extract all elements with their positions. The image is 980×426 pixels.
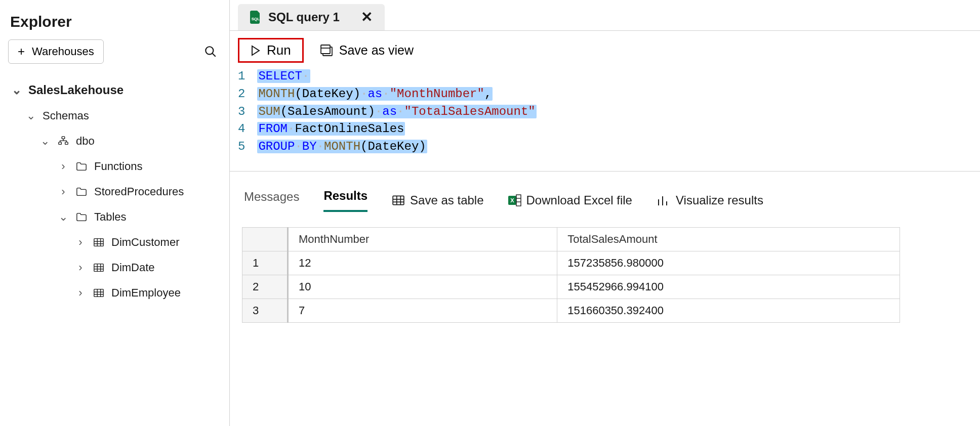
tab-messages[interactable]: Messages	[244, 190, 299, 211]
tree-table-dimcustomer[interactable]: › DimCustomer	[8, 230, 221, 255]
table-corner	[242, 227, 288, 251]
svg-rect-15	[94, 289, 103, 297]
svg-rect-10	[94, 264, 103, 272]
code-token: MONTH	[324, 140, 360, 153]
line-number: 2	[238, 86, 245, 103]
chevron-right-icon: ›	[75, 261, 86, 274]
editor-tabbar: SQL SQL query 1 ✕	[230, 0, 980, 31]
explorer-header-row: + Warehouses	[8, 39, 221, 64]
folder-icon	[75, 161, 88, 172]
code-token: ,	[484, 87, 492, 101]
code-token: (SalesAmount)	[280, 105, 375, 118]
sql-file-icon: SQL	[250, 11, 261, 24]
svg-rect-2	[62, 137, 65, 139]
svg-rect-22	[321, 45, 330, 54]
svg-text:SQL: SQL	[252, 17, 260, 21]
save-as-table-button[interactable]: Save as table	[392, 193, 483, 207]
chart-icon	[657, 194, 671, 206]
svg-rect-31	[516, 195, 521, 206]
explorer-title: Explorer	[8, 9, 221, 39]
svg-line-1	[213, 54, 216, 57]
download-excel-label: Download Excel file	[526, 193, 632, 207]
line-number: 1	[238, 68, 245, 86]
code-token: BY	[302, 140, 317, 153]
cell-monthnumber: 12	[288, 251, 557, 275]
chevron-down-icon: ⌄	[11, 83, 22, 97]
tree-folder-storedprocs[interactable]: › StoredProcedures	[8, 179, 221, 204]
visualize-results-button[interactable]: Visualize results	[657, 193, 763, 207]
close-icon[interactable]: ✕	[361, 10, 373, 24]
tree-folder-label: StoredProcedures	[94, 185, 184, 198]
svg-rect-5	[94, 239, 103, 246]
download-excel-button[interactable]: X Download Excel file	[508, 193, 632, 207]
save-as-view-label: Save as view	[339, 43, 414, 58]
table-icon	[392, 194, 405, 206]
play-icon	[251, 45, 261, 56]
explorer-panel: Explorer + Warehouses ⌄ SalesLakehouse ⌄…	[0, 0, 230, 426]
code-token: SELECT	[258, 69, 302, 83]
table-header-row: MonthNumber TotalSalesAmount	[242, 227, 900, 251]
column-header-monthnumber[interactable]: MonthNumber	[288, 227, 557, 251]
save-as-view-button[interactable]: Save as view	[320, 43, 414, 58]
tree-schema-dbo[interactable]: ⌄ dbo	[8, 129, 221, 154]
column-header-totalsalesamount[interactable]: TotalSalesAmount	[557, 227, 900, 251]
excel-icon: X	[508, 194, 521, 206]
code-token: GROUP	[258, 140, 295, 153]
line-number: 3	[238, 103, 245, 121]
chevron-right-icon: ›	[75, 286, 86, 300]
table-icon	[92, 237, 105, 247]
folder-icon	[75, 187, 88, 197]
row-number: 3	[242, 299, 288, 322]
tree-table-dimdate[interactable]: › DimDate	[8, 255, 221, 280]
code-token: as	[382, 105, 397, 118]
svg-rect-4	[65, 142, 68, 145]
tree-table-label: DimDate	[111, 261, 155, 274]
warehouses-label: Warehouses	[32, 45, 94, 58]
tree-database-label: SalesLakehouse	[28, 83, 124, 97]
table-icon	[92, 263, 105, 273]
svg-rect-3	[59, 142, 62, 145]
tree-folder-tables[interactable]: ⌄ Tables	[8, 204, 221, 230]
table-icon	[92, 288, 105, 298]
tree-schemas-label: Schemas	[43, 109, 89, 122]
svg-rect-24	[393, 196, 404, 204]
schema-icon	[57, 136, 70, 147]
tree-schemas[interactable]: ⌄ Schemas	[8, 103, 221, 129]
sql-editor[interactable]: 1 2 3 4 5 SELECT· MONTH(DateKey)·as·"Mon…	[230, 68, 980, 171]
row-number: 2	[242, 275, 288, 299]
tree-table-label: DimCustomer	[111, 236, 179, 249]
tree-folder-label: Functions	[94, 160, 142, 173]
line-number: 4	[238, 120, 245, 138]
tree-folder-functions[interactable]: › Functions	[8, 154, 221, 179]
code-token: SUM	[258, 105, 280, 118]
tab-sql-query-1[interactable]: SQL SQL query 1 ✕	[238, 4, 385, 30]
chevron-right-icon: ›	[58, 160, 69, 173]
editor-toolbar: Run Save as view	[230, 31, 980, 68]
tree-database[interactable]: ⌄ SalesLakehouse	[8, 77, 221, 103]
tree-table-label: DimEmployee	[111, 286, 181, 300]
row-number: 1	[242, 251, 288, 275]
code-token: MONTH	[258, 87, 295, 101]
run-label: Run	[267, 42, 291, 58]
cell-totalsalesamount: 157235856.980000	[557, 251, 900, 275]
code-token: as	[368, 87, 382, 101]
tree-table-dimemployee[interactable]: › DimEmployee	[8, 280, 221, 306]
save-as-table-label: Save as table	[410, 193, 483, 207]
run-button[interactable]: Run	[238, 38, 304, 63]
plus-icon: +	[18, 46, 25, 58]
table-row[interactable]: 1 12 157235856.980000	[242, 251, 900, 275]
chevron-right-icon: ›	[58, 185, 69, 198]
tree-folder-label: Tables	[94, 210, 127, 224]
chevron-down-icon: ⌄	[58, 210, 69, 224]
results-table: MonthNumber TotalSalesAmount 1 12 157235…	[242, 227, 900, 323]
save-view-icon	[320, 45, 333, 57]
cell-monthnumber: 7	[288, 299, 557, 322]
editor-code[interactable]: SELECT· MONTH(DateKey)·as·"MonthNumber",…	[257, 68, 536, 156]
svg-point-0	[206, 47, 213, 54]
table-row[interactable]: 2 10 155452966.994100	[242, 275, 900, 299]
table-row[interactable]: 3 7 151660350.392400	[242, 299, 900, 322]
add-warehouses-button[interactable]: + Warehouses	[8, 39, 104, 64]
search-button[interactable]	[200, 41, 221, 62]
tab-results[interactable]: Results	[323, 189, 368, 212]
code-token: FROM	[258, 122, 288, 136]
